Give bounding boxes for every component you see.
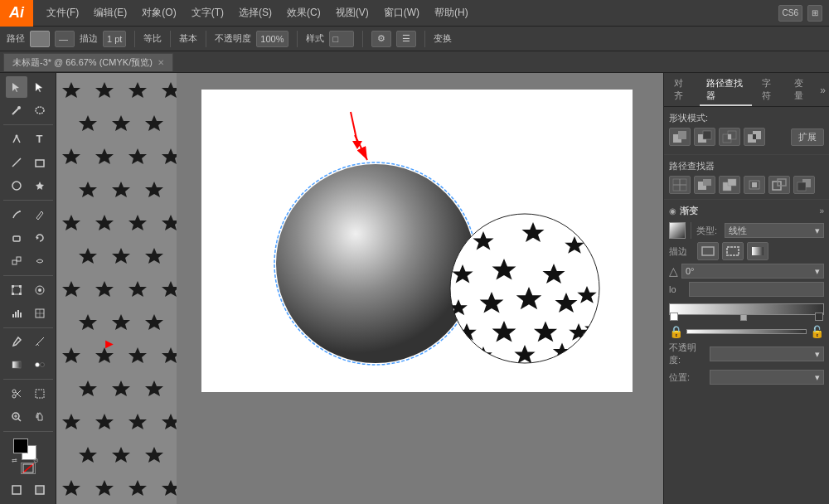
eyedropper-tool-btn[interactable] bbox=[6, 331, 27, 352]
pf-trim-btn[interactable] bbox=[694, 176, 715, 194]
stroke-color-box[interactable] bbox=[30, 31, 50, 47]
menu-help[interactable]: 帮助(H) bbox=[428, 2, 475, 23]
gradient-type-select[interactable]: 线性 ▾ bbox=[725, 223, 824, 238]
canvas-area[interactable]: ► bbox=[56, 73, 663, 504]
menu-select[interactable]: 选择(S) bbox=[232, 2, 279, 23]
scale-tool-btn[interactable] bbox=[6, 250, 27, 272]
pf-outline-btn[interactable] bbox=[768, 176, 790, 194]
graph-tool-btn[interactable] bbox=[6, 303, 27, 324]
panel-tab-character[interactable]: 字符 bbox=[755, 75, 784, 106]
symbol-tool-btn[interactable] bbox=[29, 279, 51, 301]
recolor-btn[interactable]: ⚙ bbox=[371, 31, 391, 47]
magic-wand-tool-btn[interactable] bbox=[6, 99, 27, 121]
panel-tab-pathfinder[interactable]: 路径查找器 bbox=[700, 75, 752, 106]
panel-collapse-btn[interactable]: » bbox=[820, 85, 826, 96]
none-fill-btn[interactable] bbox=[21, 463, 36, 474]
ellipse-tool-btn[interactable] bbox=[6, 175, 27, 196]
direct-selection-tool-btn[interactable] bbox=[29, 76, 51, 98]
menu-edit[interactable]: 编辑(E) bbox=[87, 2, 133, 23]
rect-tool-btn[interactable] bbox=[29, 152, 51, 173]
tool-row-free bbox=[6, 279, 51, 301]
menu-view[interactable]: 视图(V) bbox=[329, 2, 376, 23]
hand-tool-btn[interactable] bbox=[29, 406, 51, 428]
line-tool-btn[interactable] bbox=[6, 152, 27, 173]
pathfinder-expand-btn[interactable]: 扩展 bbox=[791, 128, 824, 146]
zoom-tool-btn[interactable] bbox=[6, 406, 27, 428]
panel-tab-variables[interactable]: 变量 bbox=[788, 75, 817, 106]
transform-label: 变换 bbox=[434, 32, 452, 45]
eraser-tool-btn[interactable] bbox=[6, 227, 27, 249]
opacity-box[interactable]: 100% bbox=[256, 31, 288, 47]
gradient-opacity-input[interactable]: ▾ bbox=[710, 346, 824, 361]
svg-rect-23 bbox=[15, 312, 17, 317]
pathfinder-section: 形状模式: 扩展 bbox=[664, 107, 829, 155]
gradient-stroke-row: 描边 bbox=[669, 242, 824, 260]
gradient-stroke-btn3[interactable] bbox=[747, 242, 768, 260]
mesh-tool-btn[interactable] bbox=[29, 303, 51, 324]
pf-minus-back-btn[interactable] bbox=[793, 176, 815, 194]
selection-tool-btn[interactable] bbox=[6, 76, 27, 98]
scissors-tool-btn[interactable] bbox=[6, 383, 27, 405]
stroke-label: 描边 bbox=[80, 32, 98, 45]
pencil-tool-btn[interactable] bbox=[29, 204, 51, 225]
menu-file[interactable]: 文件(F) bbox=[40, 2, 85, 23]
document-tab[interactable]: 未标题-3* @ 66.67% (CMYK/预览) ✕ bbox=[3, 53, 173, 71]
arrange-btn[interactable]: ☰ bbox=[396, 31, 416, 47]
menu-window[interactable]: 窗口(W) bbox=[377, 2, 426, 23]
panel-tab-align[interactable]: 对齐 bbox=[667, 75, 696, 106]
measure-tool-btn[interactable] bbox=[29, 331, 51, 352]
gradient-position-input[interactable]: ▾ bbox=[710, 370, 824, 385]
svg-point-21 bbox=[38, 288, 41, 292]
rotate-tool-btn[interactable] bbox=[29, 227, 51, 249]
shape-exclude-btn[interactable] bbox=[744, 128, 765, 146]
svg-point-3 bbox=[17, 106, 21, 109]
menu-type[interactable]: 文字(T) bbox=[185, 2, 230, 23]
normal-screen-btn[interactable] bbox=[6, 479, 27, 501]
gradient-panel-expand[interactable]: » bbox=[819, 206, 824, 216]
artboard-tool-btn[interactable] bbox=[29, 383, 51, 405]
gradient-location-input[interactable] bbox=[689, 282, 824, 297]
svg-line-29 bbox=[36, 337, 44, 346]
pen-tool-btn[interactable] bbox=[6, 128, 27, 150]
gradient-collapse-icon[interactable]: ◉ bbox=[669, 206, 676, 216]
screen-mode-row bbox=[6, 479, 51, 501]
svg-point-5 bbox=[15, 134, 17, 137]
lasso-tool-btn[interactable] bbox=[29, 99, 51, 121]
svg-line-30 bbox=[37, 344, 39, 346]
pf-merge-btn[interactable] bbox=[719, 176, 740, 194]
full-screen-btn[interactable] bbox=[29, 479, 51, 501]
type-tool-btn[interactable]: T bbox=[29, 128, 51, 150]
pf-crop-btn[interactable] bbox=[744, 176, 765, 194]
fg-color-swatch[interactable] bbox=[13, 439, 28, 453]
shape-unite-btn[interactable] bbox=[669, 128, 691, 146]
swap-colors-btn[interactable]: ⇄ bbox=[12, 457, 17, 464]
gradient-stop-left[interactable] bbox=[670, 313, 678, 321]
menu-effect[interactable]: 效果(C) bbox=[280, 2, 327, 23]
brush-tool-btn[interactable] bbox=[6, 204, 27, 225]
shape-minus-btn[interactable] bbox=[694, 128, 715, 146]
default-colors-btn[interactable]: ⊙ bbox=[33, 457, 39, 464]
free-transform-btn[interactable] bbox=[6, 279, 27, 301]
pf-divide-btn[interactable] bbox=[669, 176, 691, 194]
gradient-stroke-btn2[interactable] bbox=[722, 242, 744, 260]
stroke-shape-box[interactable]: — bbox=[55, 31, 75, 47]
star-tool-btn[interactable] bbox=[29, 175, 51, 196]
tab-close-btn[interactable]: ✕ bbox=[158, 58, 164, 67]
gradient-tool-btn[interactable] bbox=[6, 354, 27, 376]
gradient-panel: ◉ 渐变 » 类型: 线性 ▾ 描边 bbox=[664, 200, 829, 504]
shape-intersect-btn[interactable] bbox=[719, 128, 740, 146]
warp-tool-btn[interactable] bbox=[29, 250, 51, 272]
gradient-stroke-btn1[interactable] bbox=[697, 242, 719, 260]
gradient-angle-input[interactable]: 0° ▾ bbox=[681, 264, 824, 279]
svg-rect-24 bbox=[17, 310, 19, 317]
stroke-width-box[interactable]: 1 pt bbox=[103, 31, 126, 47]
unlock-icon[interactable]: 🔓 bbox=[810, 325, 824, 338]
gradient-midpoint-slider[interactable] bbox=[740, 314, 747, 321]
style-box[interactable]: □ bbox=[329, 31, 354, 47]
gradient-bar[interactable] bbox=[669, 303, 824, 315]
lock-icon[interactable]: 🔒 bbox=[669, 325, 683, 338]
gradient-preview-swatch[interactable] bbox=[669, 222, 686, 239]
menu-object[interactable]: 对象(O) bbox=[135, 2, 182, 23]
gradient-stop-right[interactable] bbox=[815, 313, 823, 321]
blend-tool-btn[interactable] bbox=[29, 354, 51, 376]
